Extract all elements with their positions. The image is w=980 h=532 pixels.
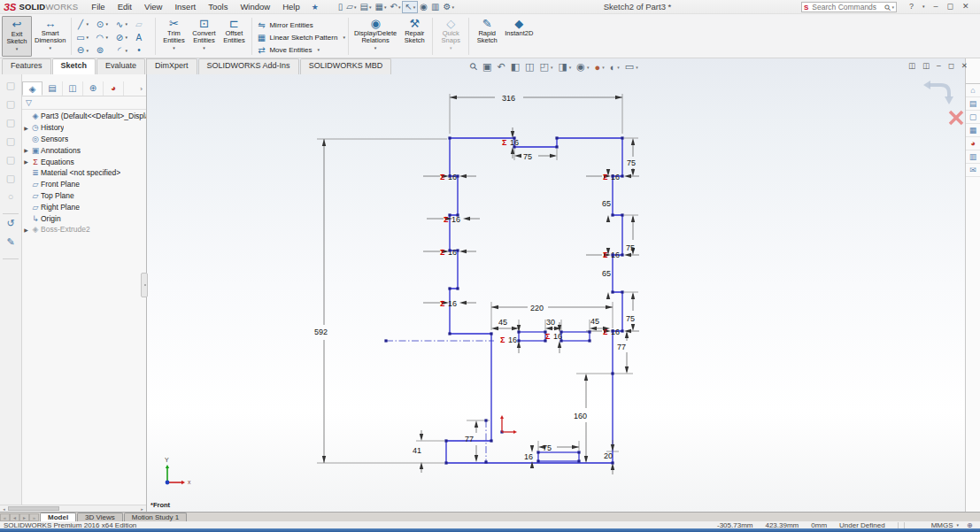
view-cube-6-icon[interactable]: ▢ xyxy=(6,173,15,191)
convert-entities-caret-icon[interactable]: ▾ xyxy=(203,45,205,50)
perimeter-circle-button[interactable]: ⊚ xyxy=(94,43,113,57)
sketch-confirmation-corner[interactable] xyxy=(923,81,962,124)
tree-right-plane[interactable]: ▱Right Plane xyxy=(22,201,146,212)
menu-tools[interactable]: Tools xyxy=(202,1,234,12)
line-caret-icon[interactable]: ▾ xyxy=(86,21,89,27)
tab-evaluate[interactable]: Evaluate xyxy=(96,58,145,74)
configurationmanager-tab[interactable]: ◫ xyxy=(63,81,83,96)
zoom-to-fit-button[interactable]: ⚲ xyxy=(467,60,480,73)
view-cube-5-icon[interactable]: ▢ xyxy=(6,154,15,173)
centerpoint-arc-button[interactable]: ◠▾ xyxy=(94,31,113,44)
trim-entities-caret-icon[interactable]: ▾ xyxy=(173,45,175,50)
close-button[interactable]: ✕ xyxy=(958,2,974,11)
dimensions[interactable]: 316592Σ1675Σ16Σ16Σ16Σ1675Σ166575Σ166575Σ… xyxy=(314,94,639,474)
hide-show-items-caret-icon[interactable]: ▾ xyxy=(587,65,590,70)
propertymanager-tab[interactable]: ▤ xyxy=(42,81,63,96)
corner-rectangle-caret-icon[interactable]: ▾ xyxy=(86,35,89,40)
dimension-160[interactable]: 160 xyxy=(574,374,588,463)
sketch-fillet-button[interactable]: ◜▾ xyxy=(113,43,133,57)
appearances-scenes-button[interactable]: ◕ xyxy=(966,137,980,150)
construction-centerlines[interactable] xyxy=(386,341,494,462)
corner-rectangle-button[interactable]: ▭▾ xyxy=(74,31,94,44)
trim-entities-button[interactable]: ✂TrimEntities▾ xyxy=(158,16,189,57)
dimension-75[interactable]: 75 xyxy=(538,443,579,452)
sketch-tool-icon[interactable]: ↺ xyxy=(6,218,14,236)
units-caret-icon[interactable]: ▾ xyxy=(957,522,960,528)
tree-horizontal-scrollbar[interactable]: ◂ ▸ xyxy=(0,505,146,512)
print-caret-icon[interactable]: ▾ xyxy=(384,4,387,10)
search-input[interactable] xyxy=(810,2,884,12)
edit-appearance-button[interactable]: ●▾ xyxy=(591,60,606,73)
open-document-caret-icon[interactable]: ▾ xyxy=(354,4,357,10)
featuremanager-tab[interactable]: ◈ xyxy=(22,81,42,96)
hide-show-items-button[interactable]: ◉▾ xyxy=(574,60,591,73)
repair-sketch-button[interactable]: ⚒RepairSketch xyxy=(399,16,429,57)
display-delete-relations-caret-icon[interactable]: ▾ xyxy=(374,45,377,50)
tree-history[interactable]: ▶◷History xyxy=(22,122,146,134)
dimension-45[interactable]: 45 xyxy=(491,318,519,330)
dimxpertmanager-tab[interactable]: ⊕ xyxy=(83,81,104,96)
dimension-75[interactable]: 75 xyxy=(626,292,635,331)
circle-caret-icon[interactable]: ▾ xyxy=(105,21,108,27)
undo-caret-icon[interactable]: ▾ xyxy=(398,4,401,10)
view-cube-4-icon[interactable]: ▢ xyxy=(6,135,15,154)
rapid-sketch-button[interactable]: ✎RapidSketch xyxy=(472,16,502,57)
linear-sketch-pattern-caret-icon[interactable]: ▾ xyxy=(343,35,345,40)
text-button[interactable]: A xyxy=(133,31,152,44)
view-orientation-caret-icon[interactable]: ▾ xyxy=(551,65,553,70)
restore-button[interactable]: ◻ xyxy=(943,2,958,11)
solidworks-resources-button[interactable]: ⌂ xyxy=(966,84,980,97)
section-view-button[interactable]: ◧ xyxy=(508,60,522,73)
dimension-16[interactable]: 16 xyxy=(524,445,534,468)
tab-solidworks-add-ins[interactable]: SOLIDWORKS Add-Ins xyxy=(198,58,299,74)
view-cube-2-icon[interactable]: ▢ xyxy=(6,98,15,117)
filter-funnel-icon[interactable]: ▽ xyxy=(22,98,32,107)
view-cube-1-icon[interactable]: ▢ xyxy=(6,80,15,98)
dimension-220[interactable]: 220 xyxy=(491,304,613,312)
3d-drawing-view-button[interactable]: ◫ xyxy=(522,60,536,73)
tree-part3[interactable]: ◈Part3 (Default<<Default>_Display State … xyxy=(22,111,146,122)
scroll-left-icon[interactable]: ◂ xyxy=(0,506,8,512)
view-settings-caret-icon[interactable]: ▾ xyxy=(636,65,638,70)
tab-3d-views[interactable]: 3D Views xyxy=(77,513,123,521)
displaymanager-tab[interactable]: ◕ xyxy=(104,81,124,96)
spline-caret-icon[interactable]: ▾ xyxy=(125,21,127,27)
minimize-button[interactable]: – xyxy=(930,2,943,11)
options-button[interactable]: ⚙▾ xyxy=(441,1,455,13)
tree-front-plane[interactable]: ▱Front Plane xyxy=(22,179,146,190)
mirror-entities-button[interactable]: ⇋Mirror Entities xyxy=(255,19,344,31)
centerpoint-arc-caret-icon[interactable]: ▾ xyxy=(105,35,108,40)
tab-dimxpert[interactable]: DimXpert xyxy=(146,58,197,74)
undo-button[interactable]: ↶▾ xyxy=(388,1,402,13)
menu-edit[interactable]: Edit xyxy=(112,1,138,12)
design-library-button[interactable]: ▤ xyxy=(966,97,980,111)
offset-entities-button[interactable]: ⊏OffsetEntities xyxy=(219,16,249,57)
apply-scene-button[interactable]: ◐▾ xyxy=(607,60,622,73)
tree-boss-extrude2[interactable]: ▶◈Boss-Extrude2 xyxy=(22,224,146,235)
view-settings-button[interactable]: ▭▾ xyxy=(622,60,641,73)
dimension-592[interactable]: 592 xyxy=(314,139,328,463)
doc-minimize-button[interactable]: – xyxy=(933,61,945,70)
custom-properties-button[interactable]: ▥ xyxy=(966,150,980,164)
panel-splitter-handle[interactable] xyxy=(141,273,148,297)
view-palette-button[interactable]: ▦ xyxy=(966,124,980,137)
tree-tabs-expand-icon[interactable]: › xyxy=(140,85,146,93)
window-pane-left-button[interactable]: ◫ xyxy=(905,61,919,70)
line-button[interactable]: ╱▾ xyxy=(74,18,94,31)
save-button[interactable]: ▤▾ xyxy=(359,1,374,13)
straight-slot-caret-icon[interactable]: ▾ xyxy=(86,48,89,53)
solidworks-forum-button[interactable]: ✉ xyxy=(966,164,980,177)
tab-model[interactable]: Model xyxy=(40,513,76,521)
scrollbar-thumb[interactable] xyxy=(8,506,59,511)
edit-appearance-caret-icon[interactable]: ▾ xyxy=(602,65,605,70)
ellipse-button[interactable]: ⊘▾ xyxy=(113,31,133,44)
dimension-77[interactable]: 77 xyxy=(617,331,629,374)
dimension-45[interactable]: 45 xyxy=(590,317,610,330)
dimension-16[interactable]: Σ16 xyxy=(500,325,521,353)
design-table-button[interactable]: ▥ xyxy=(429,1,441,13)
sketch-fillet-caret-icon[interactable]: ▾ xyxy=(125,48,127,53)
menu-insert[interactable]: Insert xyxy=(168,1,202,12)
options-caret-icon[interactable]: ▾ xyxy=(451,4,454,10)
dimension-75[interactable]: 75 xyxy=(626,215,635,255)
view-sphere-icon[interactable]: ○ xyxy=(8,191,14,210)
